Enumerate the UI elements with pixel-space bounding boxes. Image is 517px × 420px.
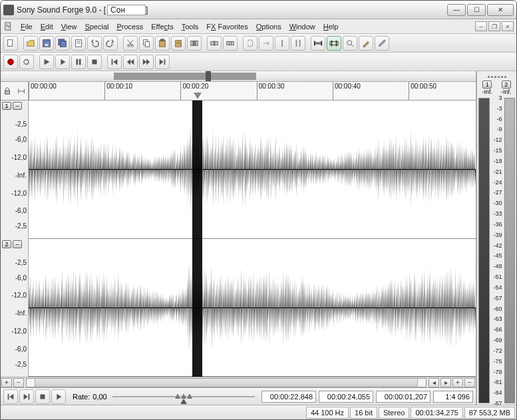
mini-goto-start-button[interactable]	[3, 389, 18, 404]
magnify-tool-button[interactable]	[327, 36, 341, 51]
selection-region[interactable]	[192, 101, 202, 377]
meter-bar-1[interactable]	[478, 98, 490, 403]
forward-button[interactable]	[139, 55, 154, 69]
channel-1-badge[interactable]: 1	[2, 102, 11, 110]
svg-rect-19	[215, 41, 218, 45]
rate-slider[interactable]	[112, 392, 255, 401]
zoom-tool-button[interactable]	[343, 36, 357, 51]
menu-help[interactable]: Help	[319, 21, 343, 32]
link-icon[interactable]	[17, 87, 26, 96]
maximize-button[interactable]: ☐	[467, 4, 486, 16]
hzoom-in-button[interactable]: +	[452, 378, 463, 387]
wave-channel-1[interactable]	[29, 101, 476, 239]
stop-button[interactable]	[87, 55, 102, 69]
menu-process[interactable]: Process	[112, 21, 147, 32]
record-button[interactable]	[3, 55, 18, 69]
overview-cursor[interactable]	[206, 71, 211, 81]
menu-window[interactable]: Window	[285, 21, 319, 32]
goto-start-button[interactable]	[107, 55, 122, 69]
event-button[interactable]	[223, 36, 238, 51]
mdi-close-button[interactable]: ×	[502, 21, 514, 31]
cursor-time[interactable]: 00:00:22,848	[261, 391, 316, 403]
save-all-button[interactable]	[55, 36, 70, 51]
new-button[interactable]	[3, 36, 18, 51]
region-button[interactable]	[291, 36, 305, 51]
svg-line-30	[351, 44, 354, 47]
menu-edit[interactable]: Edit	[37, 21, 57, 32]
replace-button[interactable]	[259, 36, 273, 51]
channel-2-minimize[interactable]: –	[13, 240, 22, 248]
time-ruler[interactable]: 00:00:00 00:00:10 00:00:20 00:00:30 00:0…	[29, 82, 476, 100]
selection-length-time[interactable]: 00:00:01,207	[376, 391, 431, 403]
waveform-1	[29, 101, 476, 238]
mdi-minimize-button[interactable]: –	[475, 21, 487, 31]
meter-ch2-badge[interactable]: 2	[502, 81, 511, 89]
eyedropper-button[interactable]	[375, 36, 389, 51]
status-bit-depth[interactable]: 16 bit	[350, 407, 377, 419]
status-length[interactable]: 00:01:34,275	[411, 407, 462, 419]
play-button[interactable]	[55, 55, 70, 69]
properties-button[interactable]	[71, 36, 86, 51]
zoom-ratio[interactable]: 1:4 096	[433, 391, 473, 403]
overview-bar[interactable]	[1, 71, 476, 82]
horizontal-scrollbar[interactable]	[26, 378, 427, 387]
meter-scale-tick: -24	[493, 179, 502, 186]
mini-goto-end-button[interactable]	[19, 389, 34, 404]
edit-tool-button[interactable]	[311, 36, 325, 51]
hzoom-out-button[interactable]: −	[464, 378, 475, 387]
scrollbar-thumb[interactable]	[35, 379, 418, 387]
lock-icon[interactable]	[3, 87, 12, 96]
marker-button[interactable]	[275, 36, 289, 51]
channel-1-minimize[interactable]: –	[13, 102, 22, 110]
mdi-doc-icon[interactable]	[3, 21, 14, 32]
paste-button[interactable]	[155, 36, 170, 51]
scroll-left-button[interactable]: ◂	[429, 378, 439, 387]
close-button[interactable]: ✕	[487, 4, 514, 16]
menu-effects[interactable]: Effects	[147, 21, 177, 32]
cut-button[interactable]	[123, 36, 138, 51]
meter-bar-2[interactable]	[504, 98, 516, 403]
play-all-button[interactable]	[39, 55, 54, 69]
loop-button[interactable]	[19, 55, 34, 69]
mix-button[interactable]	[171, 36, 186, 51]
scroll-right-button[interactable]: ▸	[440, 378, 451, 387]
menu-special[interactable]: Special	[81, 21, 112, 32]
selection-end-time[interactable]: 00:00:24,055	[319, 391, 373, 403]
mdi-restore-button[interactable]: ❐	[488, 21, 500, 31]
mini-play-button[interactable]	[51, 389, 66, 404]
level-meters: 1 -Inf. 2 -Inf. 3-3-6-9-12-15-18-21-24-2…	[476, 71, 516, 405]
menu-fx-favorites[interactable]: FX Favorites	[202, 21, 252, 32]
meter-scale-tick: -75	[493, 358, 502, 365]
pause-button[interactable]	[71, 55, 86, 69]
vzoom-in-button[interactable]: +	[1, 378, 12, 387]
minimize-button[interactable]: —	[447, 4, 466, 16]
menu-file[interactable]: File	[17, 21, 37, 32]
menu-options[interactable]: Options	[252, 21, 285, 32]
ruler-tick: 00:00:20	[180, 82, 208, 100]
open-button[interactable]	[23, 36, 38, 51]
vzoom-out-button[interactable]: −	[13, 378, 24, 387]
pencil-tool-button[interactable]	[359, 36, 373, 51]
goto-end-button[interactable]	[155, 55, 170, 69]
meter-ch1-badge[interactable]: 1	[482, 81, 492, 89]
rate-value: 0,00	[92, 393, 106, 401]
trim-button[interactable]	[187, 36, 202, 51]
rewind-button[interactable]	[123, 55, 138, 69]
status-channel-mode[interactable]: Stereo	[379, 407, 409, 419]
channel-2-badge[interactable]: 2	[2, 240, 11, 248]
wave-panels[interactable]	[29, 101, 476, 377]
meter-grip[interactable]	[477, 71, 516, 79]
insert-button[interactable]	[207, 36, 222, 51]
menu-tools[interactable]: Tools	[178, 21, 203, 32]
redo-button[interactable]	[103, 36, 118, 51]
undo-button[interactable]	[87, 36, 102, 51]
menu-view[interactable]: View	[57, 21, 81, 32]
rate-slider-handle[interactable]	[180, 399, 187, 404]
overview-region[interactable]	[114, 73, 256, 80]
wave-channel-2[interactable]	[29, 239, 476, 377]
repeat-button[interactable]	[243, 36, 258, 51]
mini-stop-button[interactable]	[35, 389, 50, 404]
copy-button[interactable]	[139, 36, 154, 51]
save-button[interactable]	[39, 36, 54, 51]
status-sample-rate[interactable]: 44 100 Hz	[306, 407, 349, 419]
